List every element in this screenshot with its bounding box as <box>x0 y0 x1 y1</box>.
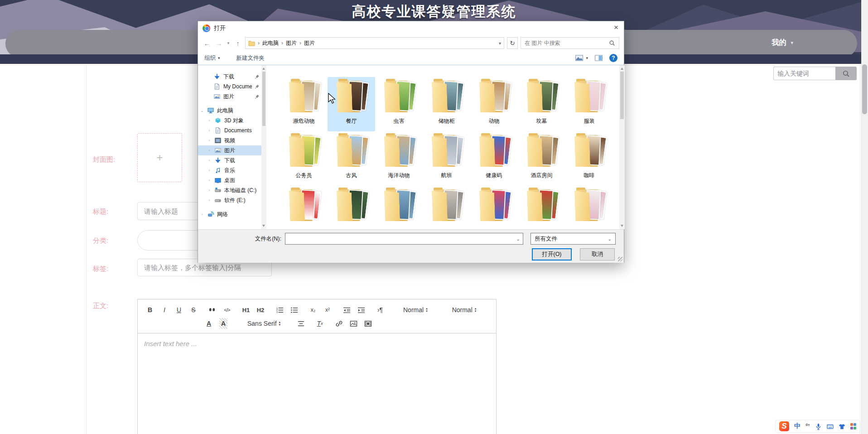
tree-item-local-disk-c[interactable]: › 本地磁盘 (C:) <box>198 185 261 195</box>
insert-link-button[interactable] <box>335 318 343 329</box>
folder-item[interactable]: 服装 <box>565 77 613 131</box>
scroll-up-arrow[interactable] <box>262 68 265 70</box>
folder-item[interactable]: 储物柜 <box>423 77 470 131</box>
filetype-select[interactable]: 所有文件 ⌄ <box>530 233 616 245</box>
tree-item-3d-objects[interactable]: › 3D 对象 <box>198 116 261 125</box>
italic-button[interactable]: I <box>160 304 169 315</box>
breadcrumb-pictures-2[interactable]: 图片 <box>304 39 315 47</box>
tree-item-videos[interactable]: › 视频 <box>198 135 261 145</box>
folder-item[interactable]: 古风 <box>328 131 375 186</box>
scroll-down-arrow[interactable] <box>621 225 623 227</box>
expand-icon[interactable]: › <box>200 212 204 217</box>
expand-icon[interactable]: › <box>207 128 212 133</box>
dialog-titlebar[interactable]: 打开 <box>198 21 624 35</box>
folder-item[interactable] <box>565 186 613 229</box>
folder-item[interactable]: 航班 <box>423 131 470 186</box>
folder-item[interactable] <box>518 186 565 229</box>
folder-item[interactable] <box>328 186 375 229</box>
skin-shirt-icon[interactable] <box>839 423 845 430</box>
collapse-icon[interactable]: ⌄ <box>200 108 204 113</box>
expand-icon[interactable]: › <box>207 168 212 173</box>
tree-scrollbar[interactable] <box>261 65 266 229</box>
my-menu[interactable]: 我的 ▾ <box>772 38 793 48</box>
folder-item[interactable]: 酒店房间 <box>518 131 565 186</box>
cancel-button[interactable]: 取消 <box>580 248 615 260</box>
punctuation-icon[interactable]: °’ <box>805 423 810 430</box>
close-icon[interactable]: × <box>614 23 618 32</box>
breadcrumb-pictures[interactable]: 图片 <box>286 39 297 47</box>
folder-item[interactable] <box>375 186 423 229</box>
bold-button[interactable]: B <box>146 304 154 315</box>
folder-item[interactable]: 健康码 <box>470 131 518 186</box>
filename-input[interactable]: ⌄ <box>285 233 523 245</box>
folder-item[interactable]: 海洋动物 <box>375 131 423 186</box>
breadcrumb-this-pc[interactable]: 此电脑 <box>262 39 279 47</box>
font-select[interactable]: Sans Serif ▴▾ <box>247 320 280 327</box>
keyword-search-button[interactable] <box>835 67 857 80</box>
superscript-button[interactable]: x² <box>323 304 332 315</box>
tree-item-music[interactable]: › 音乐 <box>198 165 261 175</box>
help-button[interactable]: ? <box>609 54 617 62</box>
expand-icon[interactable]: › <box>207 178 212 183</box>
align-button[interactable] <box>297 318 305 329</box>
folder-item[interactable] <box>423 186 470 229</box>
tree-item-desktop[interactable]: › 桌面 <box>198 175 261 185</box>
scrollbar-thumb[interactable] <box>620 72 624 119</box>
scroll-down-arrow[interactable] <box>262 225 265 227</box>
forward-button[interactable]: → <box>214 39 223 47</box>
tree-item-documents[interactable]: › Documents <box>198 125 261 135</box>
browser-scrollbar[interactable] <box>861 0 868 434</box>
heading2-button[interactable]: H2 <box>256 304 265 315</box>
toolbox-grid-icon[interactable] <box>850 423 857 429</box>
outdent-button[interactable] <box>342 304 351 315</box>
tree-item-software-e[interactable]: › 软件 (E:) <box>198 195 261 205</box>
open-button[interactable]: 打开(O) <box>532 248 572 260</box>
blockquote-button[interactable] <box>208 304 217 315</box>
tree-item-pictures-pinned[interactable]: 图片 <box>198 92 261 101</box>
ordered-list-button[interactable] <box>275 304 284 315</box>
organize-button[interactable]: 组织 ▾ <box>204 54 220 62</box>
chinese-mode-icon[interactable]: 中 <box>794 422 800 430</box>
expand-icon[interactable]: › <box>207 138 212 143</box>
text-direction-button[interactable]: ›¶ <box>376 304 384 315</box>
expand-icon[interactable]: › <box>207 118 212 123</box>
tree-item-downloads[interactable]: › 下载 <box>198 155 261 165</box>
tree-item-my-documents[interactable]: My Docume <box>198 82 261 92</box>
editor-content-area[interactable]: Insert text here ... <box>138 333 496 354</box>
heading1-button[interactable]: H1 <box>242 304 250 315</box>
keyboard-icon[interactable] <box>827 423 834 430</box>
expand-icon[interactable]: › <box>207 148 212 153</box>
keyword-search-input[interactable] <box>773 67 835 80</box>
expand-icon[interactable]: › <box>207 188 212 193</box>
sogou-logo-icon[interactable]: S <box>779 421 789 431</box>
expand-icon[interactable]: › <box>207 158 212 163</box>
history-dropdown[interactable]: ▾ <box>226 41 231 45</box>
expand-icon[interactable]: › <box>207 198 212 203</box>
folder-item[interactable] <box>280 186 328 229</box>
indent-button[interactable] <box>357 304 365 315</box>
new-folder-button[interactable]: 新建文件夹 <box>236 54 265 62</box>
bullet-list-button[interactable] <box>290 304 298 315</box>
refresh-button[interactable]: ↻ <box>507 37 518 49</box>
scrollbar-thumb[interactable] <box>862 64 867 114</box>
address-dropdown-icon[interactable]: ▾ <box>499 41 501 46</box>
folder-item[interactable]: 公务员 <box>280 131 328 186</box>
tree-item-download-pinned[interactable]: 下载 <box>198 72 261 82</box>
strikethrough-button[interactable]: S <box>189 304 198 315</box>
preview-pane-icon[interactable] <box>594 54 603 62</box>
file-grid-scrollbar[interactable] <box>619 65 625 229</box>
back-button[interactable]: ← <box>203 39 212 47</box>
tree-item-pictures-selected[interactable]: › 图片 <box>198 145 261 155</box>
folder-item[interactable]: 动物 <box>470 77 518 131</box>
up-button[interactable]: ↑ <box>233 39 242 47</box>
tree-item-this-pc[interactable]: ⌄ 此电脑 <box>198 106 261 116</box>
insert-video-button[interactable] <box>364 318 372 329</box>
folder-item[interactable]: 濒危动物 <box>280 77 328 131</box>
header-format-select[interactable]: Normal ▴▾ <box>403 306 428 313</box>
scroll-up-arrow[interactable] <box>621 68 623 70</box>
folder-item[interactable]: 虫害 <box>375 77 423 131</box>
background-color-button[interactable]: A <box>219 318 227 329</box>
folder-item[interactable]: 坟墓 <box>518 77 565 131</box>
view-mode-button[interactable]: ▾ <box>575 54 588 62</box>
microphone-icon[interactable] <box>815 423 822 430</box>
